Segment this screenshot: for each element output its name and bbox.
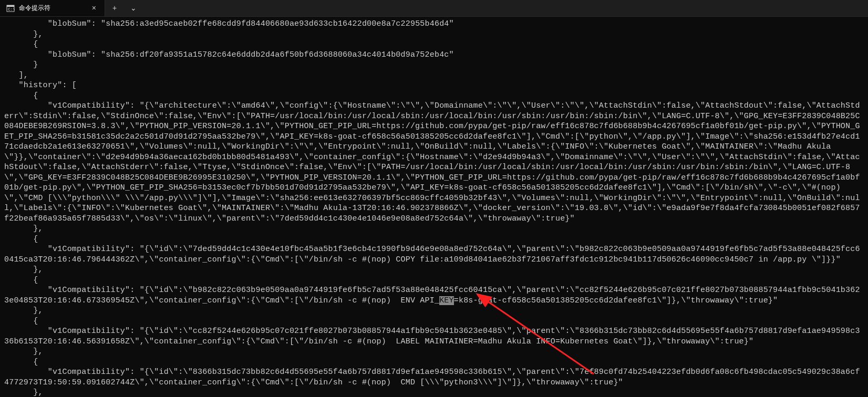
terminal-line: ], — [4, 70, 864, 81]
terminal-line: "v1Compatibility": "{\"id\":\"7ded59dd4c… — [4, 244, 864, 265]
terminal-line: }, — [4, 224, 864, 234]
terminal-line: { — [4, 357, 864, 368]
terminal-output[interactable]: "blobSum": "sha256:a3ed95caeb02ffe68cdd9… — [0, 17, 868, 397]
terminal-line: }, — [4, 347, 864, 357]
terminal-line: { — [4, 234, 864, 245]
terminal-line: { — [4, 275, 864, 286]
terminal-line: }, — [4, 265, 864, 275]
terminal-line: } — [4, 60, 864, 70]
tab-title: 命令提示符 — [19, 4, 86, 13]
terminal-line: { — [4, 39, 864, 50]
terminal-line: "blobSum": "sha256:a3ed95caeb02ffe68cdd9… — [4, 19, 864, 29]
tab-dropdown-button[interactable]: ⌄ — [124, 0, 143, 16]
tab-active[interactable]: C:\ 命令提示符 × — [0, 0, 105, 16]
terminal-line: }, — [4, 29, 864, 40]
terminal-line-highlighted: "v1Compatibility": "{\"id\":\"b982c822c0… — [4, 285, 864, 306]
search-highlight: KEY — [439, 296, 454, 305]
new-tab-button[interactable]: + — [105, 0, 124, 16]
terminal-line: "history": [ — [4, 80, 864, 91]
terminal-line: "v1Compatibility": "{\"id\":\"8366b315dc… — [4, 367, 864, 388]
terminal-icon: C:\ — [6, 4, 15, 13]
terminal-line: { — [4, 316, 864, 327]
terminal-line: "v1Compatibility": "{\"id\":\"cc82f5244e… — [4, 326, 864, 347]
terminal-line: { — [4, 91, 864, 101]
terminal-line: "v1Compatibility": "{\"architecture\":\"… — [4, 101, 864, 224]
terminal-line: }, — [4, 388, 864, 397]
titlebar: C:\ 命令提示符 × + ⌄ — [0, 0, 868, 17]
svg-text:C:\: C:\ — [8, 7, 15, 12]
tab-close-button[interactable]: × — [90, 2, 98, 14]
terminal-line: }, — [4, 306, 864, 316]
terminal-line: "blobSum": "sha256:df20fa9351a15782c64e6… — [4, 50, 864, 60]
